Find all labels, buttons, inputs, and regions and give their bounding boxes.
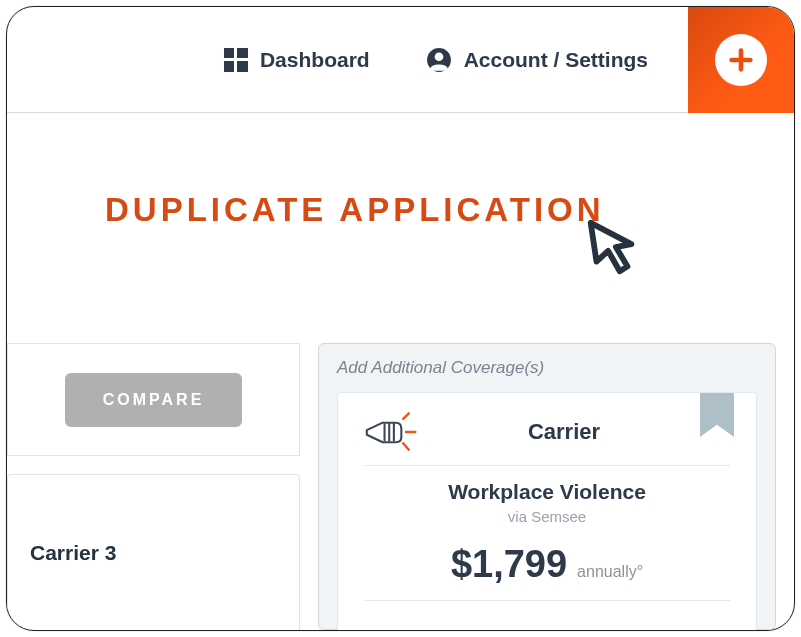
coverage-via: via Semsee bbox=[364, 508, 730, 525]
app-window: Dashboard Account / Settings DUPLICATE A… bbox=[6, 6, 795, 631]
right-column: Add Additional Coverage(s) bbox=[318, 343, 776, 630]
add-button[interactable] bbox=[688, 7, 794, 113]
divider bbox=[364, 600, 730, 601]
compare-container: COMPARE bbox=[7, 343, 300, 456]
carrier-name: Carrier 3 bbox=[30, 541, 277, 565]
page-title: DUPLICATE APPLICATION bbox=[105, 191, 794, 229]
coverage-card-body: Workplace Violence via Semsee $1,799 ann… bbox=[364, 466, 730, 601]
coverage-product-name: Workplace Violence bbox=[364, 480, 730, 504]
svg-point-1 bbox=[434, 52, 443, 61]
nav-account[interactable]: Account / Settings bbox=[426, 47, 648, 73]
coverage-price-row: $1,799 annually° bbox=[364, 543, 730, 586]
account-icon bbox=[426, 47, 452, 73]
fist-icon bbox=[364, 411, 420, 453]
coverage-panel-title: Add Additional Coverage(s) bbox=[337, 358, 757, 378]
svg-line-2 bbox=[403, 413, 409, 419]
coverage-card[interactable]: Carrier Workplace Violence via Semsee $1… bbox=[337, 392, 757, 631]
header: Dashboard Account / Settings bbox=[7, 7, 794, 113]
svg-line-4 bbox=[403, 443, 409, 450]
left-column: COMPARE Carrier 3 1 bbox=[7, 343, 300, 630]
coverage-panel: Add Additional Coverage(s) bbox=[318, 343, 776, 630]
coverage-card-header: Carrier bbox=[364, 411, 730, 466]
coverage-carrier-label: Carrier bbox=[438, 419, 690, 445]
nav-dashboard-label: Dashboard bbox=[260, 48, 370, 72]
add-icon bbox=[715, 34, 767, 86]
carrier-card[interactable]: Carrier 3 1 bbox=[7, 474, 300, 631]
top-nav: Dashboard Account / Settings bbox=[224, 47, 648, 73]
cursor-icon bbox=[581, 217, 643, 279]
coverage-price: $1,799 bbox=[451, 543, 567, 586]
content: COMPARE Carrier 3 1 Add Additional Cover… bbox=[7, 343, 776, 630]
nav-account-label: Account / Settings bbox=[464, 48, 648, 72]
dashboard-icon bbox=[224, 48, 248, 72]
coverage-period: annually° bbox=[577, 563, 643, 581]
nav-dashboard[interactable]: Dashboard bbox=[224, 48, 370, 72]
compare-button[interactable]: COMPARE bbox=[65, 373, 243, 427]
